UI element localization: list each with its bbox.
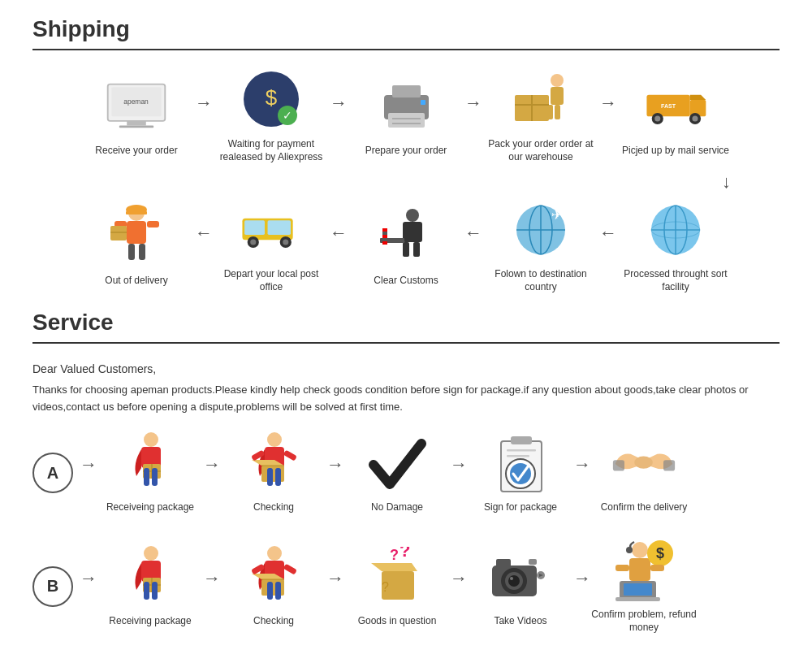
flow-item-receive-order: apeman Receive your order [80,73,193,158]
svg-rect-78 [283,450,296,462]
svg-rect-89 [663,461,675,471]
svg-point-47 [406,209,419,222]
sarrow-b4: → [573,568,591,605]
flow-label-pack: Pack your order order at our warehouse [484,138,598,163]
svg-rect-126 [615,565,629,571]
sarrow-a2: → [326,454,344,492]
svg-rect-104 [275,582,281,600]
svg-rect-14 [421,100,425,105]
svg-rect-18 [555,105,560,119]
flow-label-customs: Clear Customs [374,275,438,288]
flow-item-payment: $ ✓ Waiting for payment realeased by Ali… [214,67,328,163]
flow-item-pack: Pack your order order at our warehouse [484,67,598,163]
service-item-confirm-delivery: Confirm the delivery [591,431,697,514]
service-divider [32,342,780,344]
svg-rect-54 [382,235,387,238]
service-label-confirm-problem: Confirm problem, refund money [591,609,697,634]
camera-icon [488,545,553,610]
clipboard-icon [488,431,553,496]
customs-icon [374,203,438,268]
sarrow-a1: → [203,454,221,492]
svg-rect-103 [267,582,273,600]
sarrow-b3: → [450,568,468,605]
svg-point-112 [508,575,520,587]
svg-rect-50 [413,242,420,257]
arrow-3: → [464,93,482,138]
svg-point-27 [654,115,660,121]
svg-rect-13 [392,123,421,124]
sarrow-b2: → [326,568,344,605]
service-title: Service [32,310,780,336]
flow-label-processed: Processed throught sort facility [619,268,732,293]
sarrow-a3: → [450,454,468,492]
svg-rect-32 [126,211,147,214]
service-label-checking-b: Checking [253,615,294,628]
hero-icon-a [118,431,183,496]
svg-text:apeman: apeman [123,98,149,106]
svg-rect-39 [139,244,145,260]
arrow-4: → [599,93,617,138]
svg-rect-10 [392,85,421,98]
flow-item-flown: ✈ Folown to destination country [484,197,598,293]
arrow-left-3: ← [464,223,482,268]
svg-rect-41 [244,221,265,236]
svg-rect-53 [382,228,387,232]
svg-rect-125 [624,583,652,596]
svg-rect-33 [127,221,146,244]
svg-point-29 [692,115,698,121]
svg-rect-11 [388,113,425,128]
svg-rect-55 [382,241,387,245]
svg-point-15 [551,74,564,87]
svg-rect-4 [119,125,153,128]
service-description: Thanks for choosing apeman products.Plea… [32,382,780,416]
svg-point-90 [144,546,158,561]
question-box-icon: ? ? ? [365,545,430,610]
service-greeting: Dear Valued Customers, [32,360,780,378]
service-item-no-damage: No Damage [344,431,450,514]
svg-rect-82 [511,436,532,444]
svg-rect-38 [128,244,135,260]
svg-rect-3 [127,121,146,126]
flow-label-receive-order: Receive your order [95,145,177,158]
handshake-icon-a [611,431,676,496]
service-label-sign: Sign for package [484,501,557,514]
svg-rect-80 [275,468,281,486]
flow-label-pickup: Picjed up by mail service [622,145,729,158]
payment-icon: $ ✓ [239,67,304,132]
flow-label-depart-post: Depart your local post office [214,268,328,293]
service-item-checking-a: Checking [221,431,326,514]
svg-text:✈: ✈ [551,208,562,222]
svg-point-120 [626,547,633,553]
svg-text:$: $ [656,545,664,561]
flow-item-depart-post: Depart your local post office [214,197,328,293]
service-row-a: A → Receiveing package → [32,431,780,514]
svg-point-66 [144,432,158,447]
arrow-1: → [195,93,213,138]
svg-rect-36 [110,226,127,240]
flow-item-out-delivery: Out of delivery [80,203,193,288]
service-text-block: Dear Valued Customers, Thanks for choosi… [32,360,780,415]
box-warehouse-icon [508,67,573,132]
svg-rect-86 [507,455,529,457]
svg-marker-25 [690,94,706,99]
service-label-take-videos: Take Videos [494,615,546,628]
hero-box-icon-a [241,431,306,496]
svg-text:$: $ [265,85,277,110]
svg-rect-72 [152,468,158,486]
svg-rect-12 [392,118,421,119]
service-label-no-damage: No Damage [371,501,423,514]
svg-rect-42 [268,221,291,236]
monitor-icon: apeman [104,73,169,138]
flow-item-pickup: FAST Picjed up by mail service [619,73,732,158]
delivery-person-icon [104,203,169,268]
svg-rect-115 [529,559,537,565]
service-item-goods-question: ? ? ? Goods in question [344,545,450,628]
arrow-left-2: ← [330,223,348,268]
svg-point-113 [510,577,513,580]
shipping-row-1: apeman Receive your order → $ ✓ Waiting … [32,67,780,163]
service-item-confirm-problem: $ Confirm problem, refund money [591,539,697,634]
hero-box-icon-b [241,545,306,610]
globe-sort-icon [643,197,708,262]
svg-text:?: ? [390,547,399,563]
service-item-receiving-a: Receiveing package [97,431,203,514]
